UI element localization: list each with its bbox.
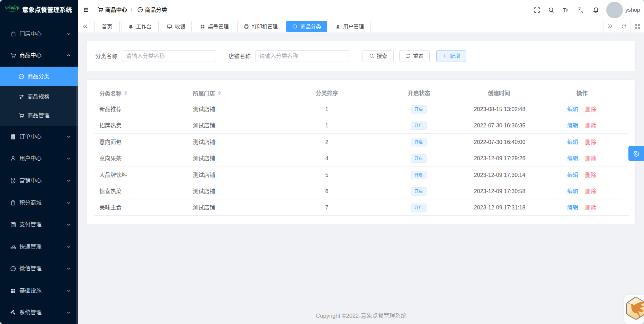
svg-text:A: A (581, 10, 583, 14)
